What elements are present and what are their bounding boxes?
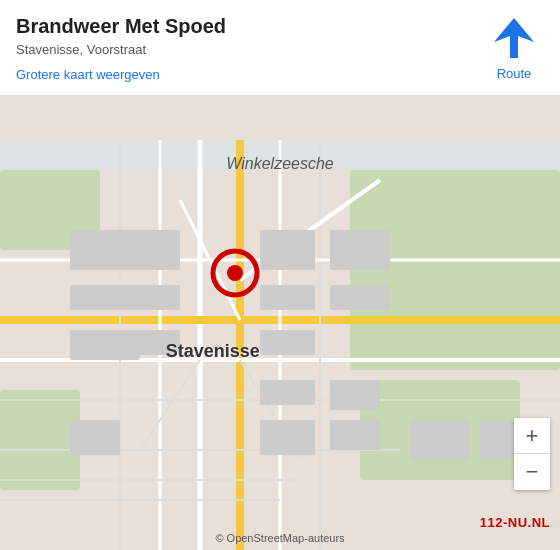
svg-rect-28 (130, 285, 180, 310)
svg-rect-31 (260, 285, 315, 310)
map-container: Brandweer Met Spoed Stavenisse, Voorstra… (0, 0, 560, 550)
svg-rect-27 (130, 230, 180, 270)
map-watermark: 112-NU.NL (480, 515, 550, 530)
info-text: Brandweer Met Spoed Stavenisse, Voorstra… (16, 14, 468, 83)
map-attribution: © OpenStreetMap-auteurs (215, 532, 344, 544)
incident-title: Brandweer Met Spoed (16, 14, 468, 38)
svg-rect-24 (70, 285, 140, 310)
route-icon (490, 14, 538, 62)
svg-rect-25 (70, 330, 140, 360)
route-button[interactable]: Route (484, 14, 544, 81)
svg-rect-32 (260, 330, 315, 355)
map-controls: + − (514, 418, 550, 490)
svg-rect-35 (330, 230, 390, 270)
zoom-in-button[interactable]: + (514, 418, 550, 454)
incident-location: Stavenisse, Voorstraat (16, 42, 468, 57)
route-label: Route (497, 66, 532, 81)
svg-marker-41 (494, 18, 534, 58)
svg-rect-30 (260, 230, 315, 270)
svg-rect-37 (330, 380, 380, 410)
svg-rect-36 (330, 285, 390, 310)
svg-rect-4 (0, 390, 80, 490)
zoom-out-button[interactable]: − (514, 454, 550, 490)
larger-map-link[interactable]: Grotere kaart weergeven (16, 67, 160, 82)
info-panel: Brandweer Met Spoed Stavenisse, Voorstra… (0, 0, 560, 96)
svg-rect-33 (260, 380, 315, 405)
svg-rect-38 (330, 420, 380, 450)
location-marker (210, 248, 260, 302)
svg-rect-39 (410, 420, 470, 460)
svg-rect-34 (260, 420, 315, 455)
svg-rect-29 (130, 330, 180, 355)
svg-rect-26 (70, 420, 120, 455)
svg-point-43 (227, 265, 243, 281)
svg-rect-23 (70, 230, 140, 270)
